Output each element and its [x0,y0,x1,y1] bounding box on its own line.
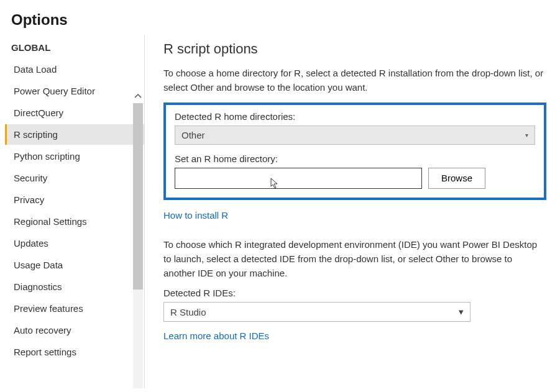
sidebar-item-python-scripting[interactable]: Python scripting [5,146,144,166]
detected-ide-dropdown[interactable]: R Studio ▾ [163,302,470,322]
intro-text: To choose a home directory for R, select… [163,66,546,95]
sidebar-item-label: Diagnostics [14,281,62,292]
sidebar-item-r-scripting[interactable]: R scripting [5,124,144,145]
divider [144,35,145,388]
chevron-down-icon: ▾ [459,306,464,317]
dropdown-value: R Studio [170,307,206,317]
highlight-box: Detected R home directories: Other ▾ Set… [163,103,546,200]
sidebar-item-label: Power Query Editor [14,86,95,96]
header: Options [0,0,560,35]
detected-home-label: Detected R home directories: [175,111,535,122]
sidebar-item-label: Privacy [14,194,44,205]
sidebar-item-diagnostics[interactable]: Diagnostics [5,276,144,297]
scroll-up-icon[interactable] [133,89,143,102]
sidebar-item-label: Regional Settings [14,216,87,227]
section-heading: R script options [163,41,546,57]
sidebar-item-power-query-editor[interactable]: Power Query Editor [5,81,144,101]
sidebar-item-label: Preview features [14,303,83,314]
sidebar-item-auto-recovery[interactable]: Auto recovery [5,320,144,340]
sidebar-item-label: Security [14,173,47,183]
content: R script options To choose a home direct… [150,35,560,388]
sidebar-group-global: GLOBAL [5,35,144,59]
sidebar-item-report-settings[interactable]: Report settings [5,342,144,362]
sidebar-item-label: Python scripting [14,151,80,162]
sidebar-item-label: R scripting [14,129,58,140]
sidebar-item-security[interactable]: Security [5,168,144,188]
chevron-down-icon: ▾ [525,132,528,139]
sidebar-item-usage-data[interactable]: Usage Data [5,255,144,275]
detected-ide-label: Detected R IDEs: [163,288,546,298]
set-home-label: Set an R home directory: [175,153,535,164]
detected-home-dropdown[interactable]: Other ▾ [175,125,535,145]
scroll-thumb[interactable] [133,103,143,289]
learn-ide-link[interactable]: Learn more about R IDEs [163,330,269,341]
sidebar-item-privacy[interactable]: Privacy [5,189,144,210]
sidebar-item-preview-features[interactable]: Preview features [5,298,144,319]
sidebar-item-updates[interactable]: Updates [5,233,144,253]
sidebar-item-regional-settings[interactable]: Regional Settings [5,211,144,232]
home-directory-input[interactable] [175,168,422,189]
sidebar-item-label: Data Load [14,64,57,75]
page-title: Options [11,11,549,29]
install-r-link[interactable]: How to install R [163,210,228,221]
ide-intro-text: To choose which R integrated development… [163,237,546,281]
browse-button[interactable]: Browse [428,168,485,189]
sidebar-item-label: Usage Data [14,260,63,270]
sidebar-item-data-load[interactable]: Data Load [5,59,144,80]
sidebar-item-directquery[interactable]: DirectQuery [5,103,144,123]
sidebar-item-label: Report settings [14,347,76,357]
sidebar-item-label: Updates [14,238,48,248]
dropdown-value: Other [181,130,205,140]
scrollbar[interactable] [133,89,143,388]
sidebar-item-label: Auto recovery [14,325,71,335]
sidebar-item-label: DirectQuery [14,107,63,118]
sidebar: GLOBAL Data Load Power Query Editor Dire… [0,35,144,388]
